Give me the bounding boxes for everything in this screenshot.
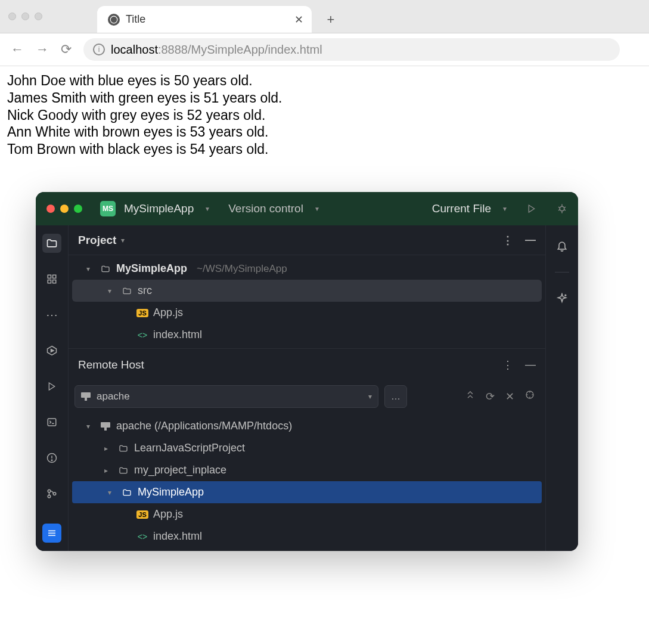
ai-assistant-icon[interactable] — [552, 289, 572, 308]
maximize-window-icon[interactable] — [35, 13, 42, 20]
chevron-right-icon: ▸ — [104, 444, 113, 453]
problems-tool-icon[interactable] — [42, 448, 61, 467]
favicon-icon — [108, 14, 120, 26]
new-tab-button[interactable]: + — [322, 11, 339, 28]
project-tool-icon[interactable] — [42, 234, 61, 253]
panel-more-icon[interactable]: ⋮ — [502, 358, 513, 371]
run-config-selector[interactable]: Current File — [432, 202, 491, 215]
debug-icon[interactable] — [557, 203, 567, 214]
run-tool-icon[interactable] — [42, 377, 61, 396]
project-panel-header[interactable]: Project ▾ ⋮ — — [69, 225, 545, 255]
close-tab-icon[interactable]: ✕ — [294, 13, 303, 26]
svg-marker-14 — [51, 349, 54, 352]
structure-tool-icon[interactable] — [42, 270, 61, 289]
minimize-window-icon[interactable] — [21, 13, 29, 20]
svg-line-4 — [558, 207, 560, 208]
remote-folder[interactable]: ▸ my_project_inplace — [69, 459, 545, 481]
server-icon — [100, 422, 111, 431]
tree-label: index.html — [153, 530, 202, 543]
chevron-right-icon: ▸ — [104, 466, 113, 475]
tree-label: index.html — [153, 329, 202, 341]
svg-point-2 — [560, 206, 564, 211]
terminal-tool-icon[interactable] — [42, 413, 61, 432]
ide-window-controls — [46, 205, 82, 213]
ide-left-toolbar: ⋯ — [36, 225, 69, 551]
url-input[interactable]: i localhost:8888/MySimpleApp/index.html — [83, 38, 620, 61]
svg-line-5 — [564, 207, 566, 208]
panel-more-icon[interactable]: ⋮ — [502, 234, 513, 247]
remote-root[interactable]: ▾ apache (/Applications/MAMP/htdocs) — [69, 415, 545, 437]
svg-rect-9 — [48, 275, 51, 278]
tree-folder-src[interactable]: ▾ src — [72, 280, 542, 302]
output-line: John Doe with blue eyes is 50 years old. — [7, 72, 642, 89]
browser-tab[interactable]: Title ✕ — [97, 6, 312, 33]
project-selector[interactable]: MySimpleApp — [124, 202, 194, 215]
ide-maximize-icon[interactable] — [74, 205, 82, 213]
tree-label: src — [138, 284, 152, 297]
remote-server-dropdown[interactable]: apache ▾ — [74, 385, 378, 408]
remote-file-indexhtml[interactable]: <> index.html — [69, 525, 545, 547]
panel-hide-icon[interactable]: — — [525, 234, 536, 247]
svg-point-32 — [565, 295, 566, 296]
tree-label: App.js — [153, 508, 183, 521]
svg-point-0 — [110, 16, 117, 23]
panel-hide-icon[interactable]: — — [525, 358, 536, 371]
ide-minimize-icon[interactable] — [60, 205, 69, 213]
remote-host-header: Remote Host ⋮ — — [69, 348, 545, 380]
tree-root[interactable]: ▾ MySimpleApp ~/WS/MySimpleApp — [69, 258, 545, 280]
back-button[interactable]: ← — [11, 42, 24, 57]
tree-label: apache (/Applications/MAMP/htdocs) — [116, 420, 292, 432]
chevron-down-icon: ▾ — [503, 205, 507, 213]
js-file-icon: JS — [136, 309, 148, 317]
folder-icon — [117, 466, 129, 475]
run-icon[interactable] — [527, 204, 536, 213]
refresh-icon[interactable]: ⟳ — [486, 390, 495, 403]
vcs-tool-icon[interactable] — [42, 484, 61, 503]
more-tool-icon[interactable]: ⋯ — [42, 305, 61, 324]
services-tool-icon[interactable] — [42, 341, 61, 360]
window-controls — [8, 13, 42, 20]
output-line: Ann White with brown eyes is 53 years ol… — [7, 123, 642, 141]
site-info-icon[interactable]: i — [93, 44, 105, 55]
svg-line-7 — [564, 210, 566, 211]
remote-server-label: apache — [97, 391, 130, 402]
svg-rect-12 — [53, 280, 56, 283]
output-line: Tom Brown with black eyes is 54 years ol… — [7, 141, 642, 158]
folder-icon — [117, 444, 129, 453]
page-content: John Doe with blue eyes is 50 years old.… — [0, 66, 649, 164]
folder-icon — [121, 488, 133, 497]
tree-file-appjs[interactable]: JS App.js — [69, 302, 545, 324]
folder-icon — [121, 286, 133, 296]
ide-close-icon[interactable] — [46, 205, 55, 213]
remote-host-title: Remote Host — [78, 358, 144, 371]
database-tool-icon[interactable] — [42, 524, 61, 543]
chevron-down-icon: ▾ — [206, 205, 209, 213]
html-file-icon: <> — [136, 330, 148, 340]
address-bar: ← → ⟳ i localhost:8888/MySimpleApp/index… — [0, 33, 649, 66]
remote-folder-selected[interactable]: ▾ MySimpleApp — [72, 481, 542, 503]
remote-server-row: apache ▾ … ⟳ ✕ — [69, 380, 545, 413]
ide-window: MS MySimpleApp ▾ Version control ▾ Curre… — [36, 192, 578, 551]
chevron-down-icon: ▾ — [121, 236, 125, 244]
chevron-down-icon: ▾ — [86, 422, 95, 431]
reload-button[interactable]: ⟳ — [61, 42, 72, 57]
disconnect-icon[interactable]: ✕ — [505, 390, 514, 403]
remote-browse-button[interactable]: … — [384, 385, 407, 408]
project-badge: MS — [100, 201, 116, 216]
tree-path: ~/WS/MySimpleApp — [197, 263, 287, 275]
tree-label: LearnJavaScriptProject — [134, 442, 245, 454]
close-window-icon[interactable] — [8, 13, 16, 20]
svg-rect-11 — [48, 280, 51, 283]
version-control-menu[interactable]: Version control — [228, 202, 303, 215]
tree-file-indexhtml[interactable]: <> index.html — [69, 324, 545, 346]
target-icon[interactable] — [525, 390, 535, 403]
collapse-all-icon[interactable] — [465, 390, 475, 403]
remote-folder[interactable]: ▸ LearnJavaScriptProject — [69, 437, 545, 459]
svg-point-21 — [48, 490, 51, 493]
svg-marker-1 — [529, 205, 534, 212]
js-file-icon: JS — [136, 510, 148, 519]
forward-button[interactable]: → — [36, 42, 49, 57]
notifications-icon[interactable] — [552, 236, 572, 255]
html-file-icon: <> — [136, 532, 148, 541]
remote-file-appjs[interactable]: JS App.js — [69, 503, 545, 525]
